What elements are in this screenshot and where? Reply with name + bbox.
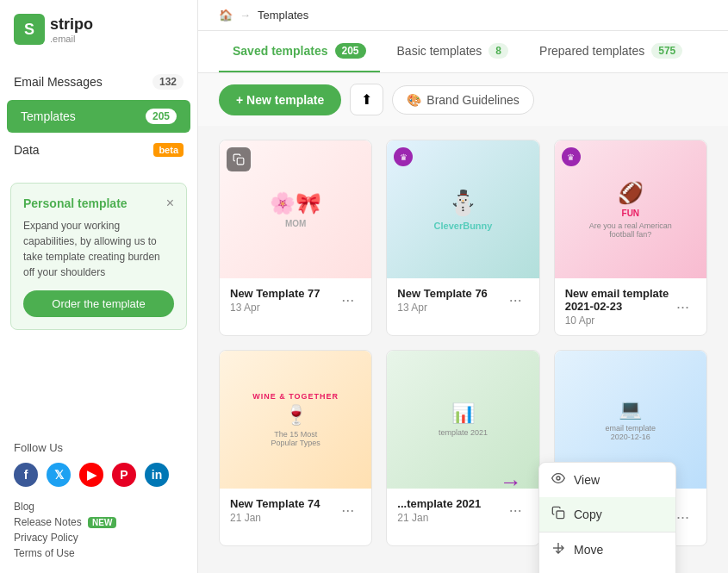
import-icon: ⬆ bbox=[361, 91, 372, 108]
nav-badge-templates: 205 bbox=[146, 109, 177, 124]
terms-of-use-link[interactable]: Terms of Use bbox=[14, 547, 184, 559]
release-notes-link[interactable]: Release Notes NEW bbox=[14, 516, 184, 528]
context-menu: View Copy Move Delete ID bbox=[538, 462, 676, 573]
template-name-email-2021: New email template 2021-02-23 bbox=[565, 287, 669, 313]
breadcrumb: 🏠 → Templates bbox=[198, 0, 728, 31]
template-card-info-76: New Template 76 13 Apr bbox=[397, 287, 488, 314]
template-date-77: 13 Apr bbox=[230, 302, 320, 314]
youtube-icon[interactable]: ▶ bbox=[79, 463, 103, 487]
template-card-body-77: New Template 77 13 Apr ··· bbox=[220, 278, 371, 322]
sidebar-item-email-messages[interactable]: Email Messages 132 bbox=[0, 65, 197, 98]
more-options-button-74[interactable]: ··· bbox=[334, 498, 361, 523]
template-card-prev-2021: 📊 template 2021 ...template 2021 21 Jan … bbox=[386, 350, 539, 546]
tab-prepared-badge: 575 bbox=[651, 43, 682, 59]
view-icon bbox=[551, 471, 565, 489]
svg-point-1 bbox=[557, 476, 560, 480]
copy-overlay-icon bbox=[227, 147, 251, 171]
tab-prepared-label: Prepared templates bbox=[539, 44, 644, 58]
more-options-button-email-2021[interactable]: ··· bbox=[669, 295, 696, 320]
context-menu-copy[interactable]: Copy bbox=[539, 497, 675, 533]
tab-saved-badge: 205 bbox=[335, 43, 366, 59]
template-card-74: WINE & TOGETHER 🍷 The 15 MostPopular Typ… bbox=[219, 350, 372, 546]
nav-label-templates: Templates bbox=[21, 109, 76, 123]
context-menu-view[interactable]: View bbox=[539, 463, 675, 497]
nav-badge-data: beta bbox=[153, 143, 184, 157]
template-date-76: 13 Apr bbox=[397, 302, 488, 314]
brand-guidelines-label: Brand Guidelines bbox=[426, 93, 519, 107]
order-template-button[interactable]: Order the template bbox=[23, 290, 174, 317]
svg-rect-2 bbox=[557, 511, 564, 519]
nav-label-email-messages: Email Messages bbox=[14, 75, 103, 89]
template-card-info-74: New Template 74 21 Jan bbox=[230, 497, 320, 524]
template-date-74: 21 Jan bbox=[230, 512, 320, 524]
twitter-icon[interactable]: 𝕏 bbox=[47, 463, 71, 487]
template-name-76: New Template 76 bbox=[397, 287, 488, 300]
svg-rect-0 bbox=[237, 158, 244, 165]
breadcrumb-home[interactable]: 🏠 bbox=[219, 9, 233, 22]
template-name-77: New Template 77 bbox=[230, 287, 320, 300]
import-button[interactable]: ⬆ bbox=[350, 84, 383, 115]
context-move-label: Move bbox=[574, 543, 603, 557]
template-card-email-2021: 🏈 FUN Are you a real Americanfootball fa… bbox=[554, 140, 707, 336]
tab-basic-label: Basic templates bbox=[397, 44, 482, 58]
nav-label-data: Data bbox=[14, 143, 40, 157]
template-preview-77: 🌸🎀 MOM bbox=[220, 140, 371, 278]
arrow-pointer: → bbox=[500, 469, 522, 495]
template-preview-76: ⛄ CleverBunny ♛ bbox=[387, 140, 538, 278]
template-card-77: 🌸🎀 MOM New Template 77 13 Apr bbox=[219, 140, 372, 336]
tab-saved-templates[interactable]: Saved templates 205 bbox=[219, 31, 380, 72]
template-date-prev-2021: 21 Jan bbox=[397, 512, 481, 524]
nav-badge-email-messages: 132 bbox=[152, 74, 184, 90]
template-card-body-email-2021: New email template 2021-02-23 10 Apr ··· bbox=[555, 278, 706, 335]
brand-guidelines-icon: 🎨 bbox=[407, 93, 421, 107]
move-icon bbox=[551, 541, 565, 558]
copy-icon bbox=[551, 506, 565, 523]
more-options-button-prev-2021[interactable]: ··· bbox=[502, 498, 529, 523]
close-personal-template-button[interactable]: × bbox=[166, 196, 174, 211]
logo[interactable]: S stripo .email bbox=[0, 0, 197, 59]
template-date-email-2021: 10 Apr bbox=[565, 315, 669, 327]
template-card-76: ⛄ CleverBunny ♛ New Template 76 13 Apr ·… bbox=[386, 140, 539, 336]
logo-icon: S bbox=[14, 14, 45, 45]
logo-text: stripo .email bbox=[50, 16, 93, 44]
social-icons-group: f 𝕏 ▶ P in bbox=[14, 463, 184, 487]
template-name-prev-2021: ...template 2021 bbox=[397, 497, 481, 510]
pinterest-icon[interactable]: P bbox=[112, 463, 136, 487]
sidebar-footer-links: Blog Release Notes NEW Privacy Policy Te… bbox=[14, 501, 184, 559]
more-options-button-76[interactable]: ··· bbox=[502, 288, 529, 313]
tab-basic-templates[interactable]: Basic templates 8 bbox=[383, 31, 523, 72]
personal-template-description: Expand your working capabilities, by all… bbox=[23, 218, 174, 280]
more-options-button-77[interactable]: ··· bbox=[334, 288, 361, 313]
personal-template-header: Personal template × bbox=[23, 196, 174, 211]
tab-basic-badge: 8 bbox=[488, 43, 508, 59]
template-preview-prev-2021: 📊 template 2021 bbox=[387, 351, 538, 489]
context-menu-move[interactable]: Move bbox=[539, 533, 675, 567]
sidebar-item-templates[interactable]: Templates 205 bbox=[7, 100, 190, 133]
template-preview-74: WINE & TOGETHER 🍷 The 15 MostPopular Typ… bbox=[220, 351, 371, 489]
main-content: 🏠 → Templates Saved templates 205 Basic … bbox=[198, 0, 728, 573]
sidebar-navigation: Email Messages 132 Templates 205 Data be… bbox=[0, 59, 197, 172]
new-template-button[interactable]: + New template bbox=[219, 84, 341, 115]
privacy-policy-link[interactable]: Privacy Policy bbox=[14, 532, 184, 544]
brand-guidelines-button[interactable]: 🎨 Brand Guidelines bbox=[392, 85, 533, 115]
context-copy-label: Copy bbox=[574, 508, 602, 521]
breadcrumb-separator: → bbox=[240, 9, 251, 22]
template-card-body-74: New Template 74 21 Jan ··· bbox=[220, 489, 371, 533]
template-content-74: WINE & TOGETHER 🍷 The 15 MostPopular Typ… bbox=[220, 351, 371, 489]
template-card-info-email-2021: New email template 2021-02-23 10 Apr bbox=[565, 287, 669, 327]
tab-saved-label: Saved templates bbox=[233, 44, 328, 58]
follow-us-title: Follow Us bbox=[14, 441, 184, 454]
template-card-info-prev-2021: ...template 2021 21 Jan bbox=[397, 497, 481, 524]
sidebar-item-data[interactable]: Data beta bbox=[0, 134, 197, 165]
facebook-icon[interactable]: f bbox=[14, 463, 38, 487]
tab-prepared-templates[interactable]: Prepared templates 575 bbox=[526, 31, 696, 72]
sidebar-follow-section: Follow Us f 𝕏 ▶ P in Blog Release Notes … bbox=[0, 427, 197, 573]
breadcrumb-current: Templates bbox=[258, 9, 308, 22]
toolbar: + New template ⬆ 🎨 Brand Guidelines bbox=[198, 73, 728, 126]
blog-link[interactable]: Blog bbox=[14, 501, 184, 513]
linkedin-icon[interactable]: in bbox=[145, 463, 169, 487]
context-menu-delete[interactable]: Delete bbox=[539, 567, 675, 573]
context-view-label: View bbox=[574, 473, 600, 487]
template-preview-email-2021: 🏈 FUN Are you a real Americanfootball fa… bbox=[555, 140, 706, 278]
template-card-info-77: New Template 77 13 Apr bbox=[230, 287, 320, 314]
